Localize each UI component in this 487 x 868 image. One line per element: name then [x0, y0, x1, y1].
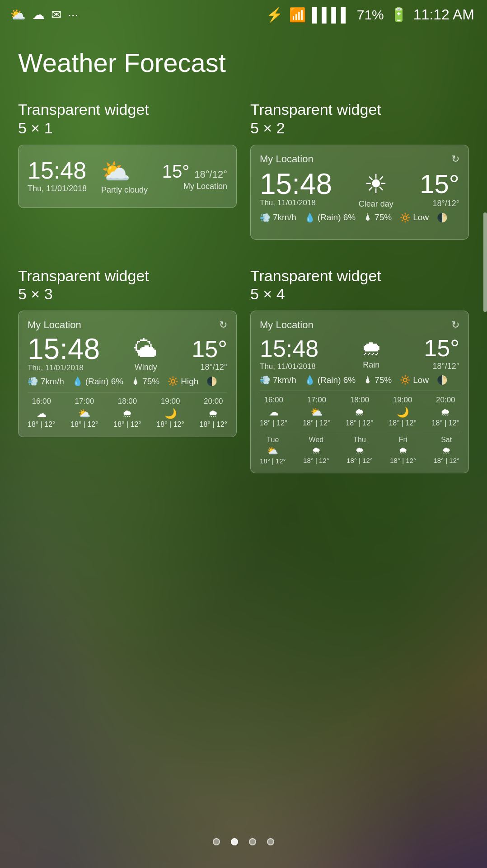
w53-time-block: 15:48 Thu, 11/01/2018 [28, 335, 100, 373]
w52-main-row: 15:48 Thu, 11/01/2018 ☀ Clear day 15° 18… [260, 169, 459, 209]
hourly-item: 19:00 🌙 18° | 12° [156, 397, 184, 429]
hourly-item: 16:00 ☁ 18° | 12° [28, 397, 55, 429]
humidity-icon: 🌢 [364, 375, 372, 385]
w52-icon-block: ☀ Clear day [359, 169, 393, 209]
w54-highlow: 18°/12° [424, 362, 459, 371]
w53-location: My Location [28, 319, 81, 331]
w51-temp: 15° 18°/12° [162, 161, 227, 182]
uv-icon: 🔆 [400, 375, 411, 385]
hourly-item: 20:00 🌧 18° | 12° [200, 397, 227, 429]
battery-icon: 🔋 [390, 7, 407, 23]
w53-main-row: 15:48 Thu, 11/01/2018 🌥 Windy 15° 18°/12… [28, 335, 227, 373]
dot-1[interactable] [213, 838, 220, 845]
w54-location: My Location [260, 319, 314, 331]
w52-date: Thu, 11/01/2018 [260, 198, 332, 208]
status-left: ⛅ ☁ ✉ ··· [10, 7, 78, 22]
status-bar: ⛅ ☁ ✉ ··· ⚡ 📶 ▌▌▌▌ 71% 🔋 11:12 AM [0, 0, 487, 29]
w52-details: 💨 7km/h 💧 (Rain) 6% 🌢 75% 🔆 Low [260, 212, 459, 223]
w51-time-block: 15:48 Thu, 11/01/2018 [28, 159, 87, 193]
w52-humidity: 🌢 75% [364, 212, 392, 222]
widget-label-5x2: Transparent widget 5 × 2 [250, 100, 469, 137]
status-right: ⚡ 📶 ▌▌▌▌ 71% 🔋 11:12 AM [266, 6, 474, 23]
widget-section-5x2: Transparent widget 5 × 2 My Location ↻ 1… [250, 100, 469, 240]
w52-time-block: 15:48 Thu, 11/01/2018 [260, 170, 332, 208]
w53-weather-icon: 🌥 [134, 335, 158, 363]
w54-wind: 💨 7km/h [260, 375, 296, 385]
widget-card-5x3[interactable]: My Location ↻ 15:48 Thu, 11/01/2018 🌥 Wi… [18, 311, 237, 437]
w52-wind: 💨 7km/h [260, 212, 296, 223]
cloud-icon-2: ☁ [32, 7, 45, 22]
w53-humidity: 🌢 75% [131, 377, 159, 387]
moon-icon: 🌓 [437, 212, 448, 223]
w51-highlow: 18°/12° [194, 169, 227, 180]
widget-card-5x1[interactable]: 15:48 Thu, 11/01/2018 ⛅ Partly cloudy 15… [18, 145, 237, 208]
page-dots [0, 838, 487, 845]
widget-card-5x4[interactable]: My Location ↻ 15:48 Thu, 11/01/2018 🌧 Ra… [250, 311, 469, 473]
w53-time: 15:48 [28, 335, 100, 363]
hourly-item: 17:00 ⛅ 18° | 12° [70, 397, 98, 429]
w51-temp-block: 15° 18°/12° My Location [162, 161, 227, 191]
wind-icon: 💨 [260, 212, 271, 223]
uv-icon: 🔆 [400, 212, 411, 223]
w53-moon: 🌓 [206, 376, 217, 387]
w51-date: Thu, 11/01/2018 [28, 184, 87, 193]
w52-weather-icon: ☀ [359, 169, 393, 199]
hourly-item: 18:00 🌧 18° | 12° [113, 397, 141, 429]
w54-moon: 🌓 [437, 375, 448, 385]
w54-time-block: 15:48 Thu, 11/01/2018 [260, 335, 318, 371]
hourly-item: 16:00 ☁ 18° | 12° [260, 396, 287, 427]
cloud-icon-1: ⛅ [10, 7, 26, 22]
more-icon: ··· [68, 8, 78, 22]
w53-details: 💨 7km/h 💧 (Rain) 6% 🌢 75% 🔆 High [28, 376, 227, 387]
w54-weather-icon: 🌧 [361, 336, 382, 360]
widget-label-5x1: Transparent widget 5 × 1 [18, 100, 237, 137]
dot-3[interactable] [249, 838, 256, 845]
bluetooth-icon: ⚡ [266, 7, 283, 23]
w54-date: Thu, 11/01/2018 [260, 362, 318, 371]
w52-temp: 15° [420, 169, 459, 199]
w54-uv: 🔆 Low [400, 375, 429, 385]
moon-icon: 🌓 [206, 376, 217, 387]
w53-icon-block: 🌥 Windy [134, 335, 158, 372]
w53-date: Thu, 11/01/2018 [28, 363, 100, 373]
w51-time: 15:48 [28, 159, 87, 182]
w53-uv: 🔆 High [168, 376, 198, 387]
w54-hourly: 16:00 ☁ 18° | 12° 17:00 ⛅ 18° | 12° 18:0… [260, 391, 459, 427]
w52-highlow: 18°/12° [420, 199, 459, 208]
rain-icon: 💧 [72, 376, 83, 387]
rain-icon: 💧 [304, 375, 315, 385]
rain-icon: 💧 [304, 212, 315, 223]
w53-temp-block: 15° 18°/12° [192, 335, 227, 372]
status-time: 11:12 AM [413, 6, 474, 23]
w52-header: My Location ↻ [260, 153, 459, 165]
dot-4[interactable] [267, 838, 274, 845]
hourly-item: 18:00 🌧 18° | 12° [346, 396, 373, 427]
scrollbar-hint[interactable] [483, 212, 487, 312]
w52-temp-block: 15° 18°/12° [420, 169, 459, 208]
w54-temp: 15° [424, 335, 459, 362]
uv-icon: 🔆 [168, 376, 178, 387]
widget-card-5x2[interactable]: My Location ↻ 15:48 Thu, 11/01/2018 ☀ Cl… [250, 145, 469, 240]
w54-time: 15:48 [260, 335, 318, 362]
main-content: Weather Forecast Transparent widget 5 × … [0, 29, 487, 473]
w54-refresh-icon: ↻ [451, 319, 459, 331]
w53-temp: 15° [192, 335, 227, 363]
mail-icon: ✉ [51, 7, 61, 22]
page-title: Weather Forecast [18, 47, 469, 78]
dot-2[interactable] [231, 838, 238, 845]
hourly-item: 17:00 ⛅ 18° | 12° [303, 396, 330, 427]
w54-icon-block: 🌧 Rain [361, 336, 382, 370]
daily-item: Tue ⛅ 18° | 12° [260, 436, 286, 465]
w51-weather-block: ⛅ Partly cloudy [101, 158, 148, 195]
wind-icon: 💨 [28, 376, 38, 387]
w53-wind: 💨 7km/h [28, 376, 64, 387]
w51-location: My Location [162, 182, 227, 191]
w51-weather-icon: ⛅ [101, 158, 148, 185]
widget-section-5x3: Transparent widget 5 × 3 My Location ↻ 1… [18, 267, 237, 474]
w52-uv: 🔆 Low [400, 212, 429, 223]
w54-humidity: 🌢 75% [364, 375, 392, 385]
w53-header: My Location ↻ [28, 319, 227, 331]
daily-item: Wed 🌧 18° | 12° [303, 436, 329, 465]
w54-main-row: 15:48 Thu, 11/01/2018 🌧 Rain 15° 18°/12° [260, 335, 459, 371]
daily-item: Fri 🌧 18° | 12° [390, 436, 416, 465]
